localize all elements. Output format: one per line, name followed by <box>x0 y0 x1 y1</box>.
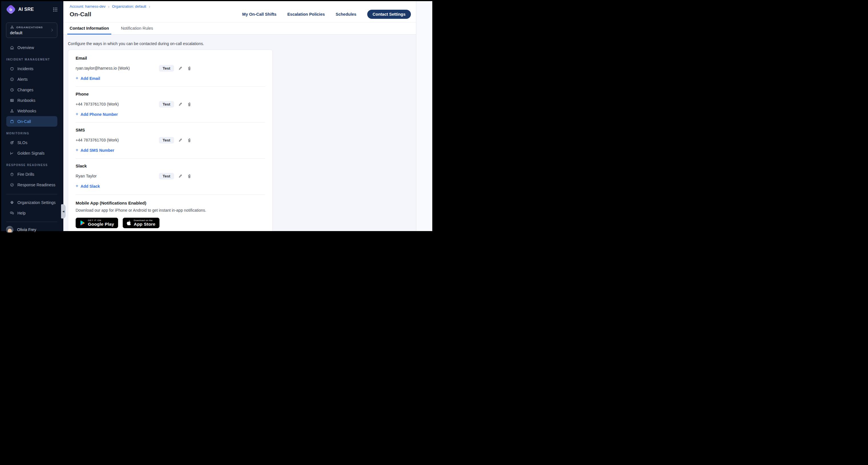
main-area: Account: harness-dev › Organization: def… <box>63 1 416 231</box>
check-circle-icon <box>10 183 14 187</box>
add-email-link[interactable]: + Add Email <box>75 76 100 81</box>
edit-button[interactable] <box>177 137 183 143</box>
nav-schedules[interactable]: Schedules <box>336 12 356 17</box>
mobile-app-description: Download our app for iPhone or Android t… <box>75 208 265 213</box>
nav-group-monitoring: MONITORING <box>1 127 63 137</box>
test-button[interactable]: Test <box>159 137 174 144</box>
sidebar-collapse-handle[interactable]: ◀ <box>61 204 66 219</box>
sidebar-item-alerts[interactable]: Alerts <box>6 74 57 85</box>
section-title: SMS <box>75 127 265 132</box>
edit-button[interactable] <box>177 65 183 71</box>
add-sms-link[interactable]: + Add SMS Number <box>75 148 115 153</box>
page-header: Account: harness-dev › Organization: def… <box>63 1 416 23</box>
sidebar-item-oncall[interactable]: On-Call <box>6 116 57 127</box>
badge-top-label: Download on the <box>134 219 156 222</box>
edit-button[interactable] <box>177 173 183 179</box>
sidebar-item-golden-signals[interactable]: Golden Signals <box>6 148 57 158</box>
collapse-arrow-icon: ◀ <box>62 210 64 213</box>
delete-button[interactable] <box>186 65 192 71</box>
sidebar-item-organization-settings[interactable]: Organization Settings <box>6 197 57 208</box>
contact-value: +44 7873761703 (Work) <box>75 138 159 142</box>
user-menu[interactable]: Olivia Frey <box>1 225 63 232</box>
slo-target-icon <box>10 141 14 145</box>
chevron-right-icon <box>50 28 54 32</box>
sidebar-item-fire-drills[interactable]: Fire Drills <box>6 169 57 180</box>
sidebar-item-incidents[interactable]: Incidents <box>6 63 57 74</box>
sidebar-item-slos[interactable]: SLOs <box>6 137 57 148</box>
add-phone-link[interactable]: + Add Phone Number <box>75 112 118 117</box>
organization-selector[interactable]: ORGANIZATIONS default <box>6 23 57 38</box>
slack-section: Slack Ryan Taylor Test <box>75 159 265 189</box>
badge-bottom-label: Google Play <box>88 222 114 227</box>
sidebar-item-label: Changes <box>18 88 33 92</box>
line-chart-icon <box>10 151 14 155</box>
contact-value: ryan.taylor@harness.io (Work) <box>75 66 159 70</box>
sms-section: SMS +44 7873761703 (Work) Test <box>75 123 265 153</box>
sidebar-item-changes[interactable]: Changes <box>6 85 57 95</box>
home-icon <box>10 45 14 50</box>
stopwatch-icon <box>10 172 14 177</box>
pencil-icon <box>178 66 183 71</box>
add-link-label: Add Phone Number <box>81 112 118 117</box>
incident-icon <box>10 66 14 71</box>
phone-section: Phone +44 7873761703 (Work) Test <box>75 87 265 117</box>
tab-contact-information[interactable]: Contact Information <box>67 23 111 34</box>
sidebar-item-label: Response Readiness <box>18 183 55 187</box>
add-slack-link[interactable]: + Add Slack <box>75 184 100 189</box>
breadcrumb: Account: harness-dev › Organization: def… <box>70 4 411 8</box>
sidebar-item-label: Help <box>18 211 26 215</box>
trash-icon <box>187 66 192 71</box>
google-play-badge[interactable]: GET IT ON Google Play <box>75 218 118 228</box>
breadcrumb-account-link[interactable]: Account: harness-dev <box>70 4 105 8</box>
sidebar-user-divider <box>6 222 57 222</box>
sidebar-item-label: SLOs <box>18 141 27 145</box>
edit-button[interactable] <box>177 101 183 107</box>
organizations-label: ORGANIZATIONS <box>16 26 43 29</box>
sidebar-item-runbooks[interactable]: Runbooks <box>6 95 57 105</box>
sidebar-item-overview[interactable]: Overview <box>6 42 57 53</box>
change-history-icon <box>10 88 14 92</box>
nav-escalation-policies[interactable]: Escalation Policies <box>287 12 325 17</box>
test-button[interactable]: Test <box>159 173 174 180</box>
help-chat-icon: ? <box>10 211 14 215</box>
sidebar-item-label: Alerts <box>18 77 28 82</box>
nav-contact-settings-button[interactable]: Contact Settings <box>367 10 411 19</box>
app-store-badge[interactable]: Download on the App Store <box>123 218 159 228</box>
delete-button[interactable] <box>186 137 192 143</box>
sidebar-item-response-readiness[interactable]: Response Readiness <box>6 180 57 190</box>
app-window: AI SRE ORGANIZATION <box>0 0 434 232</box>
sidebar-item-webhooks[interactable]: Webhooks <box>6 105 57 116</box>
delete-button[interactable] <box>186 173 192 179</box>
contact-row: +44 7873761703 (Work) Test <box>75 100 265 108</box>
row-controls: Test <box>159 65 192 72</box>
mobile-app-section: Mobile App (Notifications Enabled) Downl… <box>75 194 265 228</box>
contact-value: +44 7873761703 (Work) <box>75 102 159 106</box>
section-title: Phone <box>75 92 265 96</box>
nav-my-oncall-shifts[interactable]: My On-Call Shifts <box>242 12 277 17</box>
contact-row: +44 7873761703 (Work) Test <box>75 136 265 144</box>
contact-row: ryan.taylor@harness.io (Work) Test <box>75 64 265 72</box>
sidebar-item-label: Incidents <box>18 66 33 71</box>
email-section: Email ryan.taylor@harness.io (Work) Test <box>75 51 265 81</box>
trash-icon <box>187 174 192 179</box>
user-name: Olivia Frey <box>17 227 36 232</box>
pencil-icon <box>178 138 183 143</box>
add-link-label: Add SMS Number <box>81 148 114 153</box>
organization-value: default <box>10 31 50 35</box>
content-area: Configure the ways in which you can be c… <box>63 34 416 231</box>
add-link-label: Add Email <box>81 76 100 81</box>
test-button[interactable]: Test <box>159 65 174 72</box>
apps-grid-button[interactable] <box>52 6 58 12</box>
breadcrumb-organization-link[interactable]: Organization: default <box>112 4 146 8</box>
app-title: AI SRE <box>18 7 34 12</box>
sidebar-item-label: Overview <box>18 45 34 50</box>
sidebar-item-help[interactable]: ? Help <box>6 208 57 218</box>
breadcrumb-chevron-icon: › <box>108 5 110 8</box>
delete-button[interactable] <box>186 101 192 107</box>
tab-notification-rules[interactable]: Notification Rules <box>119 23 156 34</box>
row-controls: Test <box>159 137 192 144</box>
sidebar-item-label: Webhooks <box>18 109 36 113</box>
organization-selector-text: ORGANIZATIONS default <box>10 25 50 35</box>
sidebar-divider <box>6 194 57 194</box>
test-button[interactable]: Test <box>159 101 174 107</box>
